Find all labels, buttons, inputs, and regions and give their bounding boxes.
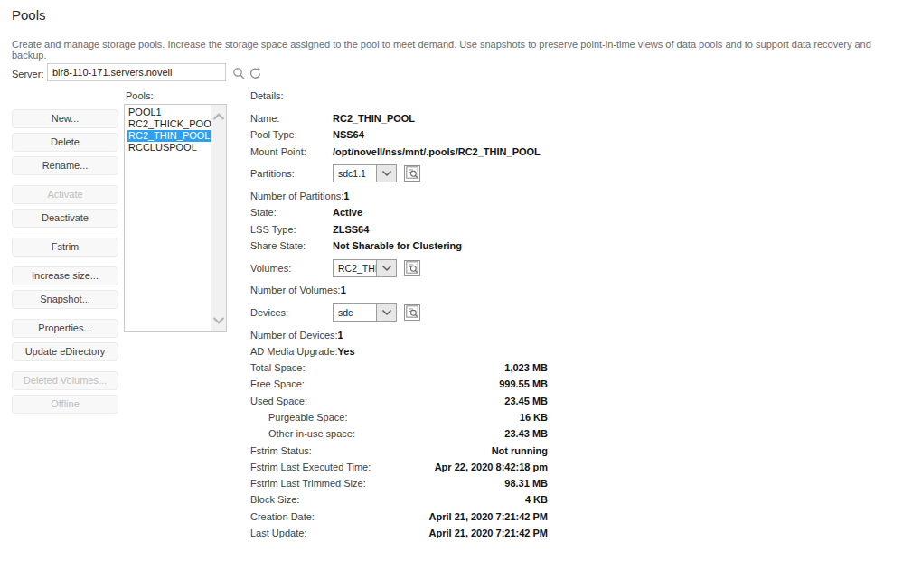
detail-row-pool-type: Pool Type:NSS64	[250, 126, 548, 143]
action-button-new[interactable]: New...	[12, 109, 118, 128]
volumes-select[interactable]: RC2_THI	[333, 259, 397, 277]
pools-list-items: POOL1RC2_THICK_POOLRC2_THIN_POOLRCCLUSPO…	[125, 105, 211, 331]
pools-page: Pools Create and manage storage pools. I…	[0, 0, 912, 588]
refresh-icon[interactable]	[248, 66, 262, 80]
detail-value-used-space: 23.45 MB	[504, 396, 548, 406]
detail-label-fstrim-last-trimmed-size: Fstrim Last Trimmed Size:	[250, 478, 366, 489]
detail-value-share-state: Not Sharable for Clustering	[333, 240, 462, 251]
detail-value-free-space: 999.55 MB	[499, 378, 548, 389]
details-header: Details:	[250, 90, 548, 102]
detail-value-fstrim-status: Not running	[492, 445, 548, 456]
detail-label-lss-type: LSS Type:	[250, 224, 333, 235]
pool-list-item-rccluspool[interactable]: RCCLUSPOOL	[127, 142, 211, 154]
action-button-rename[interactable]: Rename...	[12, 156, 118, 175]
magnifier-box-icon	[406, 305, 418, 320]
detail-label-other-in-use-space: Other in-use space:	[250, 428, 355, 439]
detail-label-fstrim-status: Fstrim Status:	[250, 445, 333, 456]
detail-row-volumes: Volumes:RC2_THI	[250, 254, 548, 282]
detail-row-number-of-partitions: Number of Partitions:1	[250, 188, 548, 204]
pool-list-item-rc2-thin-pool[interactable]: RC2_THIN_POOL	[127, 130, 211, 142]
detail-value-pool-type: NSS64	[333, 129, 364, 140]
volumes-selected-value: RC2_THI	[334, 260, 376, 276]
detail-row-total-space: Total Space:1,023 MB	[250, 359, 548, 376]
detail-label-mount-point: Mount Point:	[250, 146, 333, 157]
action-button-fstrim[interactable]: Fstrim	[12, 238, 118, 257]
page-description: Create and manage storage pools. Increas…	[12, 39, 905, 61]
devices-select[interactable]: sdc	[333, 303, 397, 322]
detail-label-ad-media-upgrade: AD Media Upgrade:	[250, 346, 338, 357]
detail-label-block-size: Block Size:	[250, 494, 333, 505]
detail-label-number-of-partitions: Number of Partitions:	[250, 191, 343, 201]
detail-row-other-in-use-space: Other in-use space:23.43 MB	[250, 425, 548, 442]
chevron-down-icon[interactable]	[376, 165, 396, 182]
details-rows: Name:RC2_THIN_POOLPool Type:NSS64Mount P…	[250, 110, 548, 541]
partitions-browse-button[interactable]	[404, 165, 420, 182]
detail-value-other-in-use-space: 23.43 MB	[504, 428, 548, 439]
detail-label-share-state: Share State:	[250, 240, 333, 251]
server-label: Server:	[12, 69, 43, 79]
action-button-snapshot[interactable]: Snapshot...	[12, 290, 118, 309]
detail-value-lss-type: ZLSS64	[333, 224, 369, 235]
detail-value-mount-point: /opt/novell/nss/mnt/.pools/RC2_THIN_POOL	[333, 146, 541, 157]
detail-row-partitions: Partitions:sdc1.1	[250, 160, 548, 188]
action-button-properties[interactable]: Properties...	[12, 319, 118, 338]
detail-row-name: Name:RC2_THIN_POOL	[250, 110, 548, 126]
action-button-increase-size[interactable]: Increase size...	[12, 266, 118, 285]
detail-value-total-space: 1,023 MB	[504, 362, 548, 373]
detail-value-ad-media-upgrade: Yes	[338, 346, 355, 357]
pool-list-item-rc2-thick-pool[interactable]: RC2_THICK_POOL	[127, 118, 211, 130]
action-button-offline: Offline	[12, 395, 118, 414]
action-button-delete[interactable]: Delete	[12, 133, 118, 152]
detail-row-used-space: Used Space:23.45 MB	[250, 393, 548, 409]
chevron-down-icon[interactable]	[376, 304, 396, 321]
detail-row-fstrim-status: Fstrim Status:Not running	[250, 442, 548, 458]
magnifier-box-icon	[406, 261, 418, 275]
detail-row-purgeable-space: Purgeable Space:16 KB	[250, 409, 548, 425]
detail-label-number-of-devices: Number of Devices:	[250, 330, 338, 341]
detail-value-block-size: 4 KB	[525, 494, 548, 505]
devices-controls: sdc	[333, 303, 420, 322]
chevron-down-icon[interactable]	[376, 260, 396, 276]
detail-row-number-of-devices: Number of Devices:1	[250, 326, 548, 342]
detail-label-purgeable-space: Purgeable Space:	[250, 412, 347, 423]
action-button-update-edirectory[interactable]: Update eDirectory	[12, 342, 118, 361]
detail-row-number-of-volumes: Number of Volumes:1	[250, 282, 548, 298]
devices-selected-value: sdc	[334, 304, 376, 321]
detail-label-name: Name:	[250, 113, 333, 124]
action-buttons: New...DeleteRename...ActivateDeactivateF…	[12, 109, 118, 418]
detail-label-devices: Devices:	[250, 307, 333, 318]
detail-row-devices: Devices:sdc	[250, 298, 548, 326]
devices-browse-button[interactable]	[404, 304, 420, 321]
detail-row-fstrim-last-executed-time: Fstrim Last Executed Time:Apr 22, 2020 8…	[250, 459, 548, 475]
volumes-controls: RC2_THI	[333, 259, 420, 277]
scroll-up-icon[interactable]	[211, 109, 226, 124]
detail-label-state: State:	[250, 207, 333, 218]
detail-value-number-of-partitions: 1	[343, 191, 349, 201]
partitions-controls: sdc1.1	[333, 164, 420, 182]
search-icon[interactable]	[231, 66, 246, 80]
detail-value-name: RC2_THIN_POOL	[333, 113, 415, 124]
pools-list-scrollbar[interactable]	[211, 105, 226, 331]
volumes-browse-button[interactable]	[404, 260, 420, 276]
detail-row-share-state: Share State:Not Sharable for Clustering	[250, 238, 548, 254]
partitions-select[interactable]: sdc1.1	[333, 164, 397, 182]
detail-label-volumes: Volumes:	[250, 263, 333, 274]
detail-value-state: Active	[333, 207, 362, 218]
details-panel: Details: Name:RC2_THIN_POOLPool Type:NSS…	[250, 90, 548, 541]
page-title: Pools	[12, 7, 46, 23]
detail-value-last-update: April 21, 2020 7:21:42 PM	[429, 527, 548, 538]
detail-label-free-space: Free Space:	[250, 378, 333, 389]
detail-value-fstrim-last-executed-time: Apr 22, 2020 8:42:18 pm	[435, 462, 548, 472]
detail-row-fstrim-last-trimmed-size: Fstrim Last Trimmed Size:98.31 MB	[250, 475, 548, 491]
action-button-deactivate[interactable]: Deactivate	[12, 209, 118, 228]
detail-label-number-of-volumes: Number of Volumes:	[250, 285, 341, 295]
pools-listbox[interactable]: POOL1RC2_THICK_POOLRC2_THIN_POOLRCCLUSPO…	[124, 104, 227, 332]
detail-label-creation-date: Creation Date:	[250, 511, 333, 522]
detail-value-fstrim-last-trimmed-size: 98.31 MB	[504, 478, 548, 489]
detail-label-partitions: Partitions:	[250, 168, 333, 179]
detail-row-mount-point: Mount Point:/opt/novell/nss/mnt/.pools/R…	[250, 144, 548, 160]
detail-row-creation-date: Creation Date:April 21, 2020 7:21:42 PM	[250, 509, 548, 525]
scroll-down-icon[interactable]	[211, 313, 226, 327]
pool-list-item-pool1[interactable]: POOL1	[127, 107, 211, 118]
server-input[interactable]	[47, 63, 226, 81]
